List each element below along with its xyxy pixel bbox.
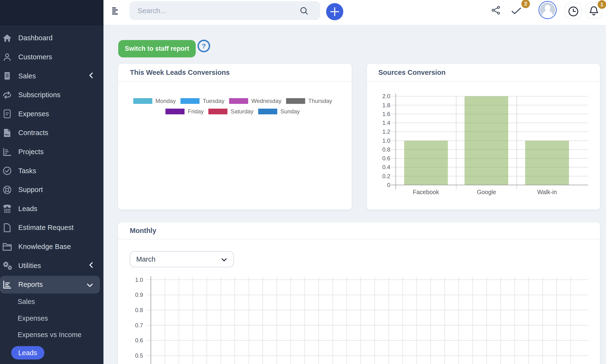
svg-text:1.0: 1.0 [382,137,390,144]
svg-text:0.8: 0.8 [135,307,143,313]
svg-text:0.4: 0.4 [382,164,390,170]
svg-text:Walk-in: Walk-in [537,189,557,195]
svg-text:0.7: 0.7 [135,322,143,328]
svg-text:2.0: 2.0 [382,93,390,99]
svg-text:0: 0 [387,182,390,188]
svg-text:0.2: 0.2 [382,173,390,179]
svg-text:1.4: 1.4 [382,120,390,126]
svg-text:0.5: 0.5 [135,352,143,359]
svg-text:0.8: 0.8 [382,146,390,153]
svg-text:Google: Google [477,189,496,195]
svg-text:?: ? [202,43,206,50]
svg-text:0.6: 0.6 [135,337,143,343]
svg-text:1.8: 1.8 [382,102,390,108]
svg-text:Facebook: Facebook [413,189,439,195]
svg-text:1.0: 1.0 [135,276,143,283]
svg-text:0.9: 0.9 [135,292,143,298]
svg-text:0.6: 0.6 [382,155,390,161]
svg-text:1.6: 1.6 [382,111,390,117]
svg-text:1.2: 1.2 [382,128,390,135]
